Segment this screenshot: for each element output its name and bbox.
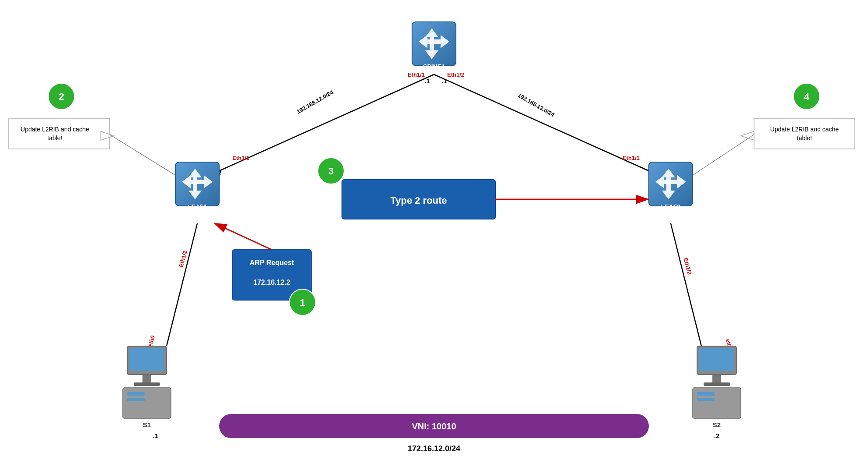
svg-text:SPINE1: SPINE1 bbox=[423, 63, 445, 70]
server-s1: S1 bbox=[123, 346, 171, 428]
leaf1-s1-line bbox=[167, 223, 197, 346]
step2-callout-line bbox=[110, 134, 175, 175]
spine-right-ip: .1 bbox=[442, 77, 448, 85]
svg-text:LEAF2: LEAF2 bbox=[661, 203, 681, 210]
svg-rect-22 bbox=[712, 375, 721, 382]
svg-text:S1: S1 bbox=[143, 421, 151, 428]
spine-leaf1-line bbox=[219, 74, 434, 171]
leaf2-eth1-1-label: Eth1/1 bbox=[623, 155, 640, 161]
step2-circle: 2 bbox=[48, 83, 75, 110]
type2-route-box: Type 2 route bbox=[342, 180, 495, 219]
svg-text:Update L2RIB and cache: Update L2RIB and cache bbox=[770, 126, 839, 133]
svg-text:table!: table! bbox=[47, 134, 62, 142]
leaf1-device: LEAF1 bbox=[175, 162, 219, 210]
svg-text:S2: S2 bbox=[713, 421, 721, 428]
subnet-12-label: 192.168.12.0/24 bbox=[295, 88, 335, 115]
leaf2-s2-line bbox=[671, 223, 701, 346]
spine-leaf2-line bbox=[434, 74, 649, 171]
main-diagram: 192.168.12.0/24 192.168.13.0/24 Eth1/1 E… bbox=[0, 0, 868, 460]
svg-text:table!: table! bbox=[797, 134, 812, 142]
step3-circle: 3 bbox=[318, 158, 344, 184]
svg-rect-15 bbox=[134, 382, 160, 386]
s2-ip-suffix: .2 bbox=[714, 432, 720, 439]
svg-rect-23 bbox=[704, 382, 730, 386]
server-s2: S2 bbox=[693, 346, 741, 428]
step4-callout-line bbox=[693, 134, 754, 175]
svg-rect-21 bbox=[699, 348, 734, 371]
spine1-device: SPINE1 bbox=[412, 22, 456, 70]
svg-rect-18 bbox=[127, 398, 145, 401]
diagram-container: 192.168.12.0/24 192.168.13.0/24 Eth1/1 E… bbox=[0, 0, 868, 460]
svg-text:LEAF1: LEAF1 bbox=[188, 203, 207, 210]
spine-eth1-2-label: Eth1/2 bbox=[447, 71, 464, 78]
s1-eth0-label: eth0 bbox=[147, 335, 156, 348]
svg-text:Type 2 route: Type 2 route bbox=[390, 195, 447, 206]
subnet-bottom-label: 172.16.12.0/24 bbox=[408, 444, 460, 453]
svg-rect-45 bbox=[9, 118, 110, 149]
svg-text:Update L2RIB and cache: Update L2RIB and cache bbox=[21, 126, 89, 133]
svg-text:172.16.12.2: 172.16.12.2 bbox=[253, 279, 291, 286]
svg-text:4: 4 bbox=[804, 91, 810, 102]
leaf2-eth1-2-label: Eth1/2 bbox=[682, 257, 693, 276]
svg-text:ARP Request: ARP Request bbox=[249, 259, 294, 266]
svg-text:1: 1 bbox=[300, 297, 305, 308]
arp-to-leaf1-arrow bbox=[215, 223, 272, 250]
spine-eth1-1-label: Eth1/1 bbox=[408, 71, 425, 78]
svg-rect-26 bbox=[697, 398, 715, 401]
leaf1-eth1-1-label: Eth1/1 bbox=[232, 155, 249, 161]
svg-text:3: 3 bbox=[328, 166, 334, 177]
svg-rect-14 bbox=[142, 375, 151, 382]
svg-rect-25 bbox=[697, 392, 715, 396]
s1-ip-suffix: .1 bbox=[153, 432, 159, 439]
svg-rect-17 bbox=[127, 392, 145, 396]
svg-rect-49 bbox=[754, 118, 855, 149]
svg-rect-13 bbox=[129, 348, 164, 371]
svg-text:2: 2 bbox=[59, 91, 64, 102]
svg-text:VNI: 10010: VNI: 10010 bbox=[412, 421, 456, 431]
spine-left-ip: .1 bbox=[424, 77, 430, 85]
step4-circle: 4 bbox=[793, 83, 820, 110]
leaf2-device: LEAF2 bbox=[649, 162, 693, 210]
step1-circle: 1 bbox=[289, 289, 316, 315]
step4-callout: Update L2RIB and cache table! bbox=[741, 118, 855, 149]
step2-callout: Update L2RIB and cache table! bbox=[9, 118, 114, 149]
vni-bar: VNI: 10010 bbox=[219, 414, 649, 438]
